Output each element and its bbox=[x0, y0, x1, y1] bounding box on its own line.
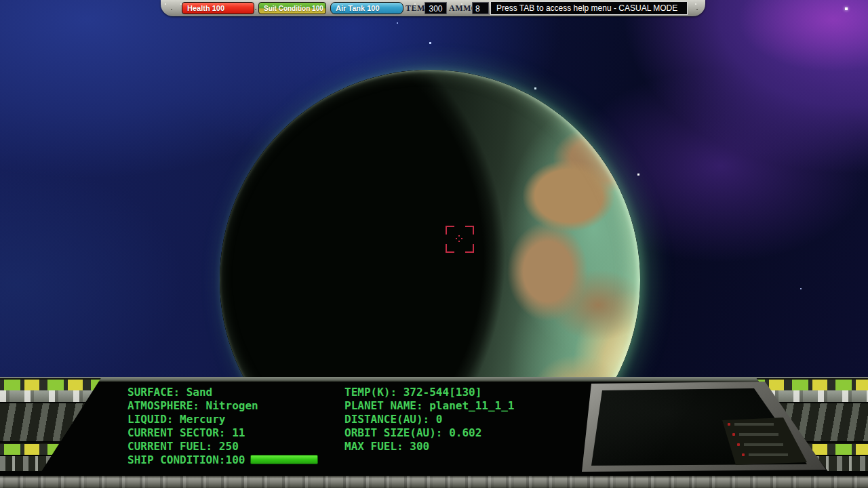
atmosphere-readout: ATMOSPHERE: Nitrogen bbox=[127, 399, 258, 413]
red-led-icon bbox=[742, 453, 745, 456]
game-screen: Health 100 Suit Condition 100 Air Tank 1… bbox=[0, 0, 868, 488]
cockpit-monitor bbox=[576, 380, 834, 476]
star bbox=[637, 174, 639, 176]
reticle-corner-icon bbox=[446, 244, 454, 253]
health-bar: Health 100 bbox=[182, 2, 254, 14]
button-slot bbox=[734, 423, 774, 426]
star bbox=[534, 87, 536, 89]
cockpit-console: SURFACE: Sand ATMOSPHERE: Nitrogen LIQUI… bbox=[0, 377, 868, 488]
reticle-corner-icon bbox=[465, 244, 474, 253]
red-led-icon bbox=[732, 433, 735, 436]
ship-condition-readout: SHIP CONDITION:100 bbox=[127, 453, 318, 467]
red-led-icon bbox=[728, 423, 730, 426]
current-sector-readout: CURRENT SECTOR: 11 bbox=[127, 426, 245, 440]
button-slot bbox=[749, 453, 788, 456]
reticle-center-icon bbox=[458, 238, 460, 239]
ammo-value-box: 8 bbox=[472, 2, 489, 14]
star bbox=[845, 7, 848, 10]
ship-condition-value: 100 bbox=[226, 453, 245, 466]
ship-condition-bar bbox=[250, 455, 318, 464]
temp-value-box: 300 bbox=[425, 2, 447, 14]
temp-k-readout: TEMP(K): 372-544[130] bbox=[344, 386, 481, 399]
star bbox=[397, 22, 398, 24]
button-slot bbox=[744, 443, 783, 446]
help-message: Press TAB to access help menu - CASUAL M… bbox=[490, 1, 688, 15]
distance-readout: DISTANCE(AU): 0 bbox=[344, 413, 443, 426]
suit-condition-bar: Suit Condition 100 bbox=[258, 2, 326, 14]
top-hud-bar: Health 100 Suit Condition 100 Air Tank 1… bbox=[161, 0, 705, 16]
max-fuel-readout: MAX FUEL: 300 bbox=[344, 440, 429, 453]
button-slot bbox=[739, 433, 778, 436]
red-led-icon bbox=[737, 443, 740, 446]
star bbox=[800, 288, 802, 289]
crosshair-reticle bbox=[446, 226, 474, 253]
current-fuel-readout: CURRENT FUEL: 250 bbox=[127, 440, 239, 453]
ship-condition-label: SHIP CONDITION: bbox=[127, 453, 226, 466]
star bbox=[429, 42, 431, 44]
liquid-readout: LIQUID: Mercury bbox=[127, 413, 226, 426]
surface-readout: SURFACE: Sand bbox=[127, 386, 212, 399]
reticle-corner-icon bbox=[465, 226, 474, 235]
orbit-size-readout: ORBIT SIZE(AU): 0.602 bbox=[344, 426, 481, 440]
air-tank-bar: Air Tank 100 bbox=[330, 2, 403, 14]
reticle-corner-icon bbox=[446, 226, 454, 235]
planet-name-readout: PLANET NAME: planet_11_1_1 bbox=[344, 399, 514, 413]
console-bottom-trim bbox=[0, 476, 868, 488]
